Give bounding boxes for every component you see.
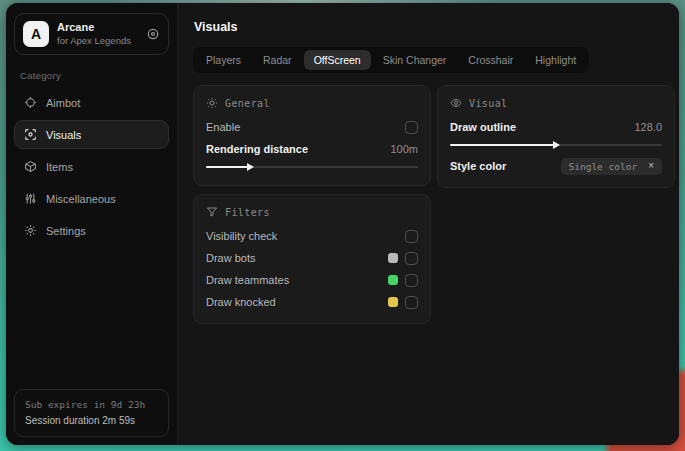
tab-highlight[interactable]: Highlight [525, 50, 586, 70]
filters-panel: Filters Visibility check Draw bots [193, 194, 431, 324]
draw-outline-value: 128.0 [634, 121, 662, 133]
sidebar-item-label: Aimbot [46, 97, 80, 109]
crosshair-icon [24, 96, 37, 109]
sun-icon [206, 97, 218, 109]
tab-skin-changer[interactable]: Skin Changer [373, 50, 457, 70]
visibility-check-row: Visibility check [206, 225, 418, 247]
draw-knocked-checkbox[interactable] [405, 296, 418, 309]
draw-teammates-checkbox[interactable] [405, 274, 418, 287]
draw-bots-color-swatch[interactable] [388, 253, 398, 263]
general-panel: General Enable Rendering distance 100m [193, 85, 431, 186]
app-logo: A [23, 21, 49, 47]
sidebar-item-visuals[interactable]: Visuals [14, 120, 169, 149]
session-duration-text: Session duration 2m 59s [25, 413, 158, 429]
funnel-icon [206, 206, 218, 218]
subscription-info: Sub expires in 9d 23h Session duration 2… [14, 389, 169, 437]
main-area: Visuals Players Radar OffScreen Skin Cha… [178, 3, 679, 445]
enable-label: Enable [206, 121, 240, 133]
panel-title: General [225, 98, 270, 109]
app-window: A Arcane for Apex Legends Category Aimbo… [6, 3, 679, 445]
enable-checkbox[interactable] [405, 121, 418, 134]
scan-eye-icon [24, 128, 37, 141]
brand-text: Arcane for Apex Legends [57, 21, 131, 47]
gear-icon [24, 224, 37, 237]
panel-title: Filters [225, 207, 270, 218]
draw-outline-slider[interactable] [450, 139, 662, 151]
draw-teammates-color-swatch[interactable] [388, 275, 398, 285]
brand-card: A Arcane for Apex Legends [14, 13, 169, 55]
draw-outline-label: Draw outline [450, 121, 516, 133]
tab-offscreen[interactable]: OffScreen [304, 50, 371, 70]
draw-knocked-label: Draw knocked [206, 296, 276, 308]
visibility-check-label: Visibility check [206, 230, 277, 242]
sidebar-item-items[interactable]: Items [14, 152, 169, 181]
draw-knocked-color-swatch[interactable] [388, 297, 398, 307]
rendering-distance-slider[interactable] [206, 161, 418, 173]
tab-crosshair[interactable]: Crosshair [458, 50, 523, 70]
sidebar-item-miscellaneous[interactable]: Miscellaneous [14, 184, 169, 213]
sidebar-item-settings[interactable]: Settings [14, 216, 169, 245]
style-color-select[interactable]: Single color × [561, 158, 662, 175]
style-color-label: Style color [450, 160, 506, 172]
app-subtitle: for Apex Legends [57, 35, 131, 47]
draw-teammates-label: Draw teammates [206, 274, 289, 286]
draw-bots-row: Draw bots [206, 247, 418, 269]
category-label: Category [20, 70, 163, 81]
box-icon [24, 160, 37, 173]
sub-expiry-text: Sub expires in 9d 23h [25, 398, 158, 413]
page-title: Visuals [194, 20, 675, 34]
tab-players[interactable]: Players [196, 50, 251, 70]
tab-bar: Players Radar OffScreen Skin Changer Cro… [193, 47, 589, 73]
enable-row: Enable [206, 116, 418, 138]
style-color-row: Style color Single color × [450, 155, 662, 177]
close-icon[interactable]: × [648, 161, 654, 171]
tab-radar[interactable]: Radar [253, 50, 302, 70]
draw-bots-checkbox[interactable] [405, 252, 418, 265]
visibility-check-checkbox[interactable] [405, 230, 418, 243]
draw-knocked-row: Draw knocked [206, 291, 418, 313]
style-color-selected-option: Single color [569, 161, 638, 172]
sidebar: A Arcane for Apex Legends Category Aimbo… [6, 3, 178, 445]
sidebar-item-label: Items [46, 161, 73, 173]
eye-icon [450, 97, 462, 109]
draw-bots-label: Draw bots [206, 252, 256, 264]
slider-fill [450, 144, 554, 146]
draw-teammates-row: Draw teammates [206, 269, 418, 291]
app-name: Arcane [57, 21, 131, 35]
slider-fill [206, 166, 248, 168]
visual-panel: Visual Draw outline 128.0 Style color Si… [437, 85, 675, 188]
rendering-distance-row: Rendering distance 100m [206, 138, 418, 160]
panel-title: Visual [469, 98, 508, 109]
sliders-icon [24, 192, 37, 205]
rendering-distance-value: 100m [390, 143, 418, 155]
sidebar-item-label: Settings [46, 225, 86, 237]
sidebar-item-aimbot[interactable]: Aimbot [14, 88, 169, 117]
draw-outline-row: Draw outline 128.0 [450, 116, 662, 138]
target-icon[interactable] [146, 27, 160, 41]
sidebar-item-label: Miscellaneous [46, 193, 116, 205]
rendering-distance-label: Rendering distance [206, 143, 308, 155]
sidebar-item-label: Visuals [46, 129, 81, 141]
